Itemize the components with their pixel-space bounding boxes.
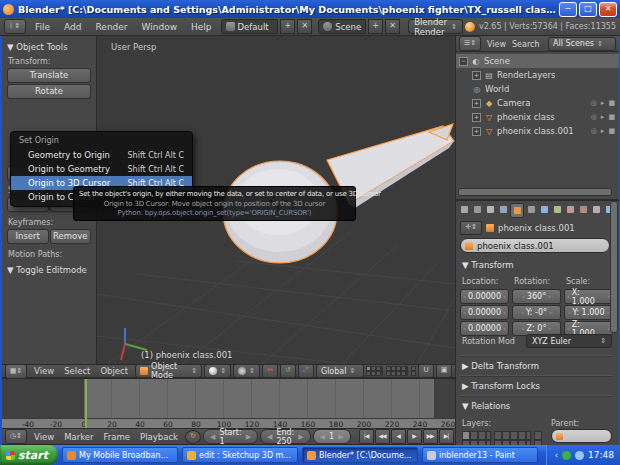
start-button[interactable]: start [0, 445, 58, 465]
outliner-horizontal-scrollbar[interactable] [458, 188, 612, 196]
properties-tab[interactable] [484, 203, 496, 216]
transform-panel-header[interactable]: ▼ Transform [462, 260, 514, 270]
renderability-camera-icon[interactable]: ■ [608, 113, 615, 121]
transform-locks-panel-header[interactable]: ▶ Transform Locks [462, 381, 540, 391]
selectability-arrow-icon[interactable]: ▸ [601, 99, 605, 107]
taskbar-task-button[interactable]: My Mobile Broadband... [62, 447, 178, 463]
properties-tab[interactable] [538, 203, 550, 216]
layer-cell[interactable] [411, 371, 416, 376]
expander-icon[interactable]: + [472, 127, 481, 136]
timeline-menu-item[interactable]: View [29, 432, 59, 442]
taskbar-task-button[interactable]: inblender13 - Paint [422, 447, 538, 463]
toggle-editmode-panel-header[interactable]: ▼ Toggle Editmode [7, 265, 91, 275]
playback-button[interactable]: ◀ [391, 429, 406, 444]
tray-chevron-icon[interactable]: ‹ [555, 451, 558, 460]
outliner-row[interactable]: + ▽ phoenix class.001 ◎ ▸ ■ [456, 124, 619, 138]
outliner-row[interactable]: ◎ World [456, 82, 619, 96]
properties-tab[interactable] [590, 203, 602, 216]
manipulator-scale-icon[interactable]: ⤢ [298, 364, 314, 378]
timeline-menu-item[interactable]: Marker [59, 432, 98, 442]
outliner-row[interactable]: + ◆ Camera ◎ ▸ ■ [456, 96, 619, 110]
manipulator-translate-icon[interactable]: ↔ [262, 364, 278, 378]
add-scene-button[interactable]: + [368, 19, 383, 34]
tray-network-icon[interactable] [575, 451, 584, 460]
outliner-row[interactable]: + ▽ phoenix class ◎ ▸ ■ [456, 110, 619, 124]
sync-icon[interactable]: ↻ [185, 430, 201, 444]
tray-shield-icon[interactable] [562, 451, 571, 460]
close-button[interactable]: ✕ [599, 2, 617, 17]
location-field[interactable]: ‹0.00000› [460, 289, 509, 304]
timeline-menu-item[interactable]: Frame [99, 432, 135, 442]
viewport-editor-icon[interactable]: ▦⇕ [5, 364, 27, 379]
mode-selector[interactable]: Object Mode ⇕ [135, 364, 202, 378]
decrement-arrow-icon[interactable]: ◀ [267, 433, 272, 441]
expander-icon[interactable]: + [472, 113, 481, 122]
location-field[interactable]: ‹0.00000› [460, 321, 509, 336]
delete-scene-button[interactable]: ✕ [385, 19, 400, 34]
layer-cell[interactable] [381, 371, 383, 376]
playback-button[interactable]: ▶| [439, 429, 454, 444]
minimize-button[interactable]: ─ [559, 2, 577, 17]
end-frame-field[interactable]: ◀ End: 250 ▶ [260, 429, 311, 444]
snap-magnet-icon[interactable]: U [418, 364, 434, 378]
expander-icon[interactable]: + [472, 99, 481, 108]
menu-item[interactable]: File [28, 22, 57, 32]
increment-arrow-icon[interactable]: ▶ [298, 433, 303, 441]
editor-type-icon[interactable]: i ⇕ [4, 19, 26, 34]
layer-cell[interactable] [462, 431, 470, 440]
increment-arrow-icon[interactable]: ▶ [338, 433, 343, 441]
properties-tab[interactable] [577, 203, 589, 216]
parent-field[interactable] [551, 429, 612, 443]
current-frame-field[interactable]: ◀ 1 ▶ [313, 429, 351, 444]
render-engine-selector[interactable]: Blender Render ⇕ [408, 19, 463, 34]
layer-cell[interactable] [406, 371, 408, 376]
outliner-filter-selector[interactable]: All Scenes ⇕ [548, 37, 616, 51]
properties-tab[interactable] [458, 203, 470, 216]
playback-button[interactable]: ▶▶ [423, 429, 438, 444]
timeline[interactable]: -40-200204060801001201401601802002202402… [2, 378, 455, 429]
relations-panel-header[interactable]: ▼ Relations [462, 401, 510, 411]
object-layers-grid[interactable] [462, 431, 542, 445]
layer-cell[interactable] [470, 431, 478, 440]
scale-field[interactable]: ‹Y: 1.000› [564, 305, 613, 320]
translate-button[interactable]: Translate [7, 68, 91, 83]
renderability-camera-icon[interactable]: ■ [608, 127, 615, 135]
properties-tab[interactable] [551, 203, 563, 216]
outliner-editor-icon[interactable]: ☰⇕ [459, 36, 481, 51]
layer-cell[interactable] [526, 431, 531, 440]
viewport-shading-selector[interactable]: ⇕ [204, 364, 231, 378]
viewport-menu-item[interactable]: View [29, 366, 59, 376]
delete-layout-button[interactable]: ✕ [297, 19, 312, 34]
properties-tab[interactable] [564, 203, 576, 216]
layer-cell[interactable] [534, 431, 542, 440]
object-tools-panel-header[interactable]: ▼ Object Tools [7, 42, 91, 52]
increment-arrow-icon[interactable]: ▶ [246, 433, 251, 441]
rotation-field[interactable]: ‹360°› [512, 289, 561, 304]
rotation-mode-dropdown[interactable]: XYZ Euler ⇕ [526, 334, 612, 348]
taskbar-task-button[interactable]: edit : Sketchup 3D m... [182, 447, 298, 463]
viewport-menu-item[interactable]: Object [95, 366, 133, 376]
visibility-eye-icon[interactable]: ◎ [591, 113, 597, 121]
maximize-button[interactable]: □ [579, 2, 597, 17]
outliner-menu-item[interactable]: Search [509, 40, 542, 49]
properties-tab[interactable] [510, 203, 524, 218]
properties-tab[interactable] [471, 203, 483, 216]
location-field[interactable]: ‹0.00000› [460, 305, 509, 320]
decrement-arrow-icon[interactable]: ◀ [210, 433, 215, 441]
renderability-camera-icon[interactable]: ■ [608, 99, 615, 107]
expander-icon[interactable]: + [472, 71, 481, 80]
layer-cell[interactable] [494, 431, 502, 440]
selectability-arrow-icon[interactable]: ▸ [601, 113, 605, 121]
properties-tab[interactable] [497, 203, 509, 216]
object-name-field[interactable]: phoenix class.001 [460, 238, 610, 253]
decrement-arrow-icon[interactable]: ◀ [320, 433, 325, 441]
pivot-point-selector[interactable]: ⇕ [233, 364, 260, 378]
current-frame-indicator[interactable] [85, 379, 87, 429]
set-origin-menu-item[interactable]: Origin to Geometry Shift Ctrl Alt C [11, 162, 192, 176]
outliner-row[interactable]: − ◐ Scene [456, 54, 619, 68]
menu-item[interactable]: Help [184, 22, 219, 32]
start-frame-field[interactable]: ◀ Start: 1 ▶ [203, 429, 258, 444]
timeline-menu-item[interactable]: Playback [135, 432, 183, 442]
layer-cell[interactable] [510, 431, 518, 440]
rotate-button[interactable]: Rotate [7, 84, 91, 99]
